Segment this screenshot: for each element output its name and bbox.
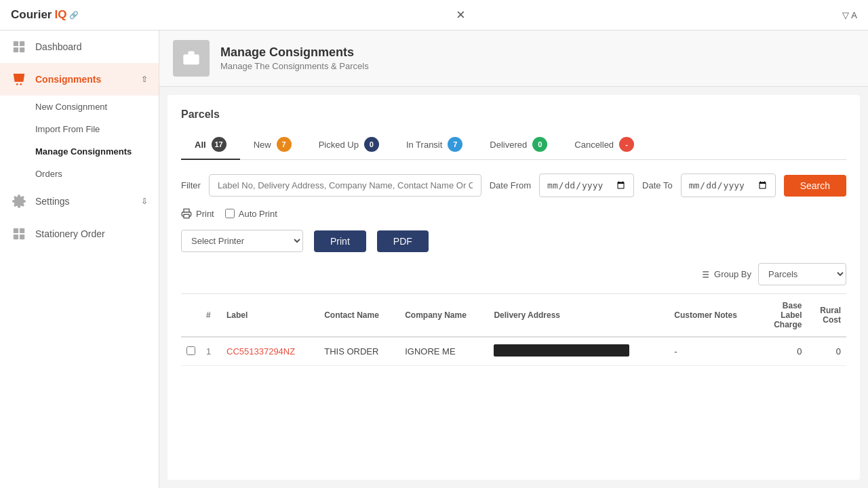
- svg-rect-3: [20, 47, 24, 52]
- th-rural-cost: RuralCost: [808, 294, 847, 337]
- th-base-label-charge: BaseLabelCharge: [760, 294, 808, 337]
- tab-picked-up-badge: 0: [364, 137, 379, 152]
- tab-picked-up-label: Picked Up: [319, 140, 359, 150]
- tab-delivered[interactable]: Delivered 0: [476, 130, 561, 160]
- row-rural-cost: 0: [808, 337, 847, 366]
- svg-rect-2: [14, 47, 18, 52]
- sidebar-item-consignments[interactable]: Consignments ⇧: [0, 63, 159, 96]
- dashboard-icon: [11, 39, 27, 55]
- stationery-icon: [11, 226, 27, 242]
- tab-new-badge: 7: [277, 137, 292, 152]
- row-label: CC551337294NZ: [221, 337, 319, 366]
- table-row: 1 CC551337294NZ THIS ORDER IGNORE ME - 0: [181, 337, 846, 366]
- group-by-select[interactable]: Parcels: [758, 263, 846, 285]
- sidebar-item-settings-label: Settings: [35, 196, 70, 207]
- close-button[interactable]: ×: [456, 6, 465, 24]
- th-delivery-address: Delivery Address: [488, 294, 669, 337]
- row-checkbox-cell: [181, 337, 201, 366]
- section-title: Parcels: [181, 108, 846, 121]
- sidebar-sub-new-consignment[interactable]: New Consignment: [0, 96, 159, 118]
- tab-cancelled[interactable]: Cancelled -: [561, 130, 648, 160]
- tab-all-badge: 17: [212, 137, 226, 152]
- svg-rect-0: [14, 41, 18, 46]
- th-label: Label: [221, 294, 319, 337]
- svg-rect-1: [20, 41, 24, 46]
- sidebar-sub-menu: New Consignment Import From File Manage …: [0, 96, 159, 185]
- th-customer-notes: Customer Notes: [669, 294, 760, 337]
- date-to-input[interactable]: [681, 174, 776, 197]
- sidebar-item-consignments-label: Consignments: [35, 74, 101, 85]
- tab-all-label: All: [195, 140, 206, 150]
- chevron-down-icon: ⇩: [141, 197, 148, 206]
- th-number: #: [201, 294, 221, 337]
- table-header-row: # Label Contact Name Company Name Delive…: [181, 294, 846, 337]
- filter-label: Filter: [181, 180, 201, 190]
- print-text-label: Print: [196, 209, 214, 219]
- tab-cancelled-badge: -: [619, 137, 634, 152]
- sidebar-item-dashboard[interactable]: Dashboard: [0, 30, 159, 63]
- group-by-text: Group By: [714, 269, 751, 279]
- svg-point-5: [20, 83, 22, 85]
- tab-in-transit[interactable]: In Transit 7: [393, 130, 476, 160]
- tab-delivered-label: Delivered: [490, 140, 527, 150]
- th-checkbox: [181, 294, 201, 337]
- date-from-input[interactable]: [539, 174, 634, 197]
- page-header: Manage Consignments Manage The Consignme…: [159, 30, 868, 87]
- table-container: # Label Contact Name Company Name Delive…: [181, 293, 846, 366]
- sidebar-sub-orders[interactable]: Orders: [0, 163, 159, 185]
- tabs-bar: All 17 New 7 Picked Up 0 In Transit 7 De…: [181, 130, 846, 160]
- app-logo: CourierIQ🔗: [11, 8, 79, 22]
- th-contact-name: Contact Name: [319, 294, 399, 337]
- content-area: Parcels All 17 New 7 Picked Up 0 In Tran…: [167, 95, 860, 480]
- row-customer-notes: -: [669, 337, 760, 366]
- svg-rect-7: [14, 228, 18, 233]
- print-button[interactable]: Print: [314, 230, 366, 252]
- chevron-up-icon: ⇧: [141, 75, 148, 84]
- print-controls-row: Select Printer Print PDF: [181, 230, 846, 252]
- printer-select[interactable]: Select Printer: [181, 230, 303, 252]
- tab-cancelled-label: Cancelled: [574, 140, 614, 150]
- tab-picked-up[interactable]: Picked Up 0: [305, 130, 393, 160]
- label-link[interactable]: CC551337294NZ: [226, 346, 295, 357]
- row-number: 1: [201, 337, 221, 366]
- tab-new[interactable]: New 7: [240, 130, 305, 160]
- search-button[interactable]: Search: [784, 175, 846, 197]
- tab-all[interactable]: All 17: [181, 130, 240, 160]
- tab-delivered-badge: 0: [532, 137, 547, 152]
- sidebar-item-dashboard-label: Dashboard: [35, 41, 82, 52]
- row-checkbox[interactable]: [186, 346, 195, 355]
- auto-print-checkbox[interactable]: [225, 209, 235, 218]
- svg-rect-9: [14, 235, 18, 239]
- settings-icon: [11, 193, 27, 209]
- sidebar-item-settings[interactable]: Settings ⇩: [0, 185, 159, 218]
- auto-print-text: Auto Print: [239, 209, 277, 219]
- tab-in-transit-label: In Transit: [406, 140, 442, 150]
- print-label: Print: [181, 208, 214, 219]
- date-to-label: Date To: [642, 180, 673, 190]
- main-content: Manage Consignments Manage The Consignme…: [159, 30, 868, 488]
- sidebar-sub-import-from-file[interactable]: Import From File: [0, 118, 159, 140]
- tab-in-transit-badge: 7: [448, 137, 462, 152]
- consignments-icon: [11, 71, 27, 87]
- page-header-icon: [173, 40, 210, 77]
- pdf-button[interactable]: PDF: [377, 230, 429, 252]
- svg-point-4: [16, 83, 18, 85]
- print-row: Print Auto Print: [181, 208, 846, 219]
- group-by-icon: [699, 269, 710, 280]
- sidebar-sub-manage-consignments[interactable]: Manage Consignments: [0, 140, 159, 163]
- svg-rect-10: [20, 235, 24, 239]
- auto-print-label: Auto Print: [225, 209, 277, 219]
- tab-new-label: New: [254, 140, 271, 150]
- row-base-label-charge: 0: [760, 337, 808, 366]
- date-from-label: Date From: [490, 180, 531, 190]
- group-by-row: Group By Parcels: [181, 263, 846, 285]
- consignments-table: # Label Contact Name Company Name Delive…: [181, 294, 846, 366]
- top-right-controls: ▽ A: [842, 10, 857, 20]
- sidebar-item-stationery[interactable]: Stationery Order: [0, 218, 159, 250]
- group-by-label: Group By: [699, 269, 751, 280]
- svg-rect-8: [20, 228, 24, 233]
- page-subtitle: Manage The Consignments & Parcels: [220, 61, 369, 71]
- row-delivery-address: [488, 337, 669, 366]
- row-company-name: IGNORE ME: [399, 337, 488, 366]
- filter-input[interactable]: [209, 174, 481, 197]
